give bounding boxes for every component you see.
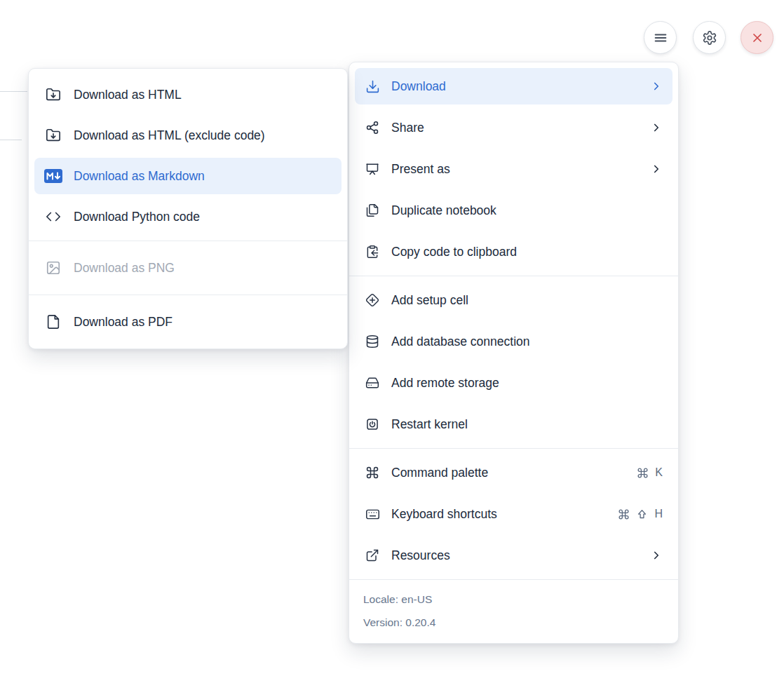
menu-item-download-python[interactable]: Download Python code [34, 198, 342, 235]
database-icon [365, 334, 380, 349]
menu-group-help: Command palette K Keyboard shortcuts H [349, 448, 678, 579]
folder-download-icon [44, 128, 62, 143]
menu-group-notebook: Add setup cell Add database connection A… [349, 276, 678, 448]
menu-item-label: Download as PDF [74, 315, 332, 330]
menu-item-download-png: Download as PNG [34, 250, 342, 286]
hamburger-icon [653, 30, 668, 46]
menu-item-keyboard-shortcuts[interactable]: Keyboard shortcuts H [355, 496, 673, 532]
menu-item-download[interactable]: Download [355, 68, 673, 104]
chevron-right-icon [650, 80, 663, 93]
chevron-right-icon [650, 121, 663, 134]
command-icon [365, 466, 380, 480]
download-icon [365, 79, 380, 94]
command-key-icon [637, 467, 649, 479]
menu-item-download-html[interactable]: Download as HTML [34, 76, 342, 113]
menu-item-label: Copy code to clipboard [391, 245, 663, 259]
external-link-icon [365, 548, 380, 562]
duplicate-pages-icon [365, 203, 380, 217]
download-submenu: Download as HTML Download as HTML (exclu… [28, 68, 348, 349]
menu-item-download-markdown[interactable]: Download as Markdown [34, 158, 342, 194]
menu-item-restart-kernel[interactable]: Restart kernel [355, 406, 673, 442]
menu-footer: Locale: en-US Version: 0.20.4 [349, 579, 678, 643]
settings-button[interactable] [693, 21, 726, 54]
code-icon [44, 209, 62, 224]
menu-item-label: Restart kernel [391, 417, 663, 432]
chevron-right-icon [650, 549, 663, 562]
menu-item-label: Download as HTML [74, 88, 332, 102]
menu-item-resources[interactable]: Resources [355, 537, 673, 574]
shutdown-button[interactable] [741, 21, 773, 54]
menu-item-add-remote-storage[interactable]: Add remote storage [355, 365, 673, 401]
chevron-right-icon [650, 163, 663, 175]
shortcut-key: H [654, 508, 663, 520]
diamond-plus-icon [365, 293, 380, 307]
menu-item-label: Share [391, 121, 639, 135]
menu-item-copy-code[interactable]: Copy code to clipboard [355, 234, 673, 270]
locale-text: Locale: en-US [363, 588, 664, 611]
notebook-app-screen: Download Share Present as [0, 0, 784, 690]
background-cell-border [0, 91, 27, 92]
menu-item-share[interactable]: Share [355, 109, 673, 146]
close-icon [750, 31, 764, 45]
gear-icon [702, 30, 717, 46]
submenu-group-formats: Download as HTML Download as HTML (exclu… [29, 69, 347, 241]
image-icon [44, 260, 62, 276]
shortcut-key: K [655, 466, 663, 479]
menu-item-download-html-exclude-code[interactable]: Download as HTML (exclude code) [34, 117, 342, 154]
menu-item-add-setup-cell[interactable]: Add setup cell [355, 282, 673, 318]
menu-item-download-pdf[interactable]: Download as PDF [34, 304, 342, 340]
folder-download-icon [44, 87, 62, 102]
menu-item-duplicate-notebook[interactable]: Duplicate notebook [355, 192, 673, 229]
markdown-download-icon [44, 169, 62, 183]
menu-item-label: Download as Markdown [74, 169, 332, 184]
submenu-group-png: Download as PNG [29, 241, 347, 295]
clipboard-copy-icon [365, 245, 380, 259]
menu-item-label: Command palette [391, 466, 626, 480]
presentation-icon [365, 162, 380, 176]
menu-item-label: Add remote storage [391, 376, 663, 391]
background-cell-border [0, 140, 22, 140]
menu-item-label: Download Python code [74, 210, 332, 224]
menu-item-add-database[interactable]: Add database connection [355, 323, 673, 360]
menu-item-label: Download [391, 79, 639, 94]
menu-item-present-as[interactable]: Present as [355, 151, 673, 187]
menu-item-label: Download as HTML (exclude code) [74, 128, 332, 143]
shortcut-hint: H [618, 508, 663, 520]
shortcut-hint: K [637, 466, 663, 479]
menu-item-label: Keyboard shortcuts [391, 507, 607, 522]
file-icon [44, 314, 62, 330]
shift-key-icon [636, 508, 648, 520]
menu-item-label: Add setup cell [391, 293, 663, 308]
square-power-icon [365, 417, 380, 431]
menu-item-label: Add database connection [391, 334, 663, 349]
notebook-actions-menu: Download Share Present as [349, 62, 679, 644]
hard-drive-icon [365, 376, 380, 390]
submenu-group-pdf: Download as PDF [29, 295, 347, 349]
menu-item-label: Download as PNG [74, 261, 332, 276]
command-key-icon [618, 508, 630, 520]
menu-group-primary: Download Share Present as [349, 62, 678, 276]
menu-item-label: Duplicate notebook [391, 203, 663, 218]
menu-item-label: Present as [391, 162, 639, 177]
notebook-menu-button[interactable] [644, 21, 677, 54]
version-text: Version: 0.20.4 [363, 611, 664, 634]
menu-item-label: Resources [391, 548, 639, 563]
keyboard-icon [365, 507, 380, 522]
menu-item-command-palette[interactable]: Command palette K [355, 454, 673, 491]
share-icon [365, 121, 380, 135]
